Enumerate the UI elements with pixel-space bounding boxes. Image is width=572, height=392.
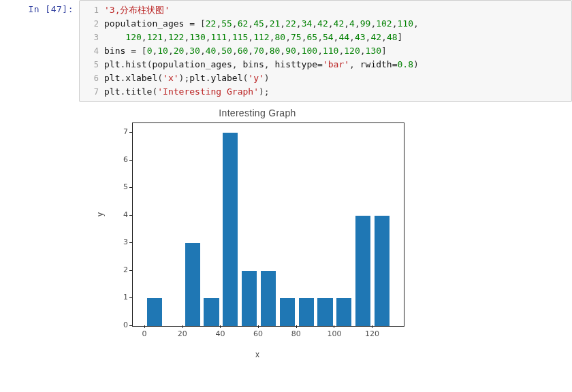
- y-tick-label: 0: [108, 321, 128, 329]
- prompt-number: [47]:: [45, 4, 74, 14]
- x-tick-label: 20: [176, 329, 189, 338]
- y-tick-label: 3: [108, 238, 128, 246]
- code-line: 7plt.title('Interesting Graph');: [80, 85, 569, 99]
- bar: [280, 298, 295, 326]
- line-number: 5: [80, 59, 104, 71]
- x-axis-label: x: [94, 350, 421, 359]
- bar: [204, 298, 219, 326]
- y-tick-label: 2: [108, 265, 128, 274]
- chart-title: Interesting Graph: [94, 108, 421, 118]
- y-tick-label: 5: [108, 182, 128, 191]
- y-tick-label: 4: [108, 210, 128, 219]
- y-tick-label: 6: [108, 155, 128, 164]
- code-source[interactable]: population_ages = [22,55,62,45,21,22,34,…: [104, 17, 419, 30]
- plot-area: [132, 122, 404, 327]
- x-tick-label: 80: [289, 329, 303, 338]
- bar: [261, 271, 276, 326]
- bar: [223, 133, 238, 326]
- code-source[interactable]: plt.hist(population_ages, bins, histtype…: [104, 58, 419, 71]
- histogram-chart: Interesting Graph y x 012345670204060801…: [94, 108, 421, 359]
- x-tick-label: 60: [251, 329, 265, 338]
- line-number: 6: [80, 72, 104, 85]
- bar: [242, 271, 257, 326]
- y-tick-label: 1: [108, 293, 128, 301]
- x-tick-label: 0: [138, 329, 151, 338]
- code-source[interactable]: '3,分布柱状图': [104, 3, 170, 16]
- prompt-prefix: In: [28, 4, 45, 14]
- code-source[interactable]: 120,121,122,130,111,115,112,80,75,65,54,…: [104, 31, 402, 44]
- bar: [299, 298, 314, 326]
- code-line: 5plt.hist(population_ages, bins, histtyp…: [80, 58, 569, 71]
- code-line: 4bins = [0,10,20,30,40,50,60,70,80,90,10…: [80, 44, 569, 58]
- output-area: Interesting Graph y x 012345670204060801…: [74, 102, 572, 359]
- bar: [147, 298, 162, 326]
- code-source[interactable]: plt.title('Interesting Graph');: [104, 85, 270, 98]
- prompt: In [47]:: [0, 0, 79, 14]
- x-tick-label: 100: [327, 329, 340, 338]
- line-number: 3: [80, 31, 104, 44]
- x-tick-label: 120: [365, 329, 379, 338]
- bar: [375, 216, 390, 326]
- y-axis-label: y: [95, 212, 105, 216]
- bar: [336, 298, 351, 326]
- code-editor[interactable]: 1'3,分布柱状图'2population_ages = [22,55,62,4…: [79, 0, 572, 102]
- x-tick-label: 40: [213, 329, 227, 338]
- code-line: 2population_ages = [22,55,62,45,21,22,34…: [80, 17, 569, 31]
- code-line: 3 120,121,122,130,111,115,112,80,75,65,5…: [80, 31, 569, 44]
- code-line: 6plt.xlabel('x');plt.ylabel('y'): [80, 71, 569, 85]
- code-source[interactable]: bins = [0,10,20,30,40,50,60,70,80,90,100…: [104, 44, 387, 57]
- line-number: 7: [80, 86, 104, 99]
- line-number: 2: [80, 18, 104, 31]
- y-tick-label: 7: [108, 127, 128, 136]
- bar: [355, 216, 370, 326]
- code-cell: In [47]: 1'3,分布柱状图'2population_ages = [2…: [0, 0, 572, 102]
- line-number: 4: [80, 45, 104, 58]
- line-number: 1: [80, 4, 104, 17]
- code-line: 1'3,分布柱状图': [80, 3, 569, 17]
- bar: [317, 298, 332, 326]
- bar: [185, 243, 200, 326]
- code-source[interactable]: plt.xlabel('x');plt.ylabel('y'): [104, 71, 270, 84]
